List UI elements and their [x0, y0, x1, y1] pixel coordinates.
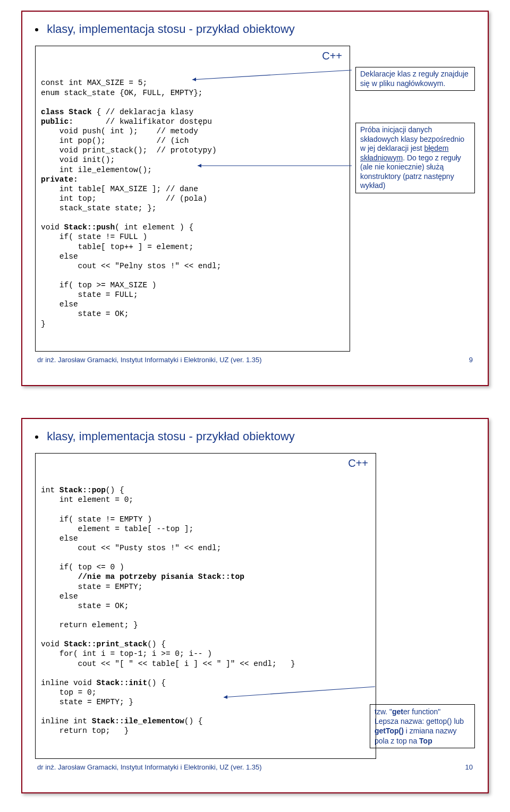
- page: klasy, implementacja stosu - przykład ob…: [0, 0, 510, 812]
- slide-1: klasy, implementacja stosu - przykład ob…: [21, 11, 489, 386]
- slide-body: C++ const int MAX_SIZE = 5; enum stack_s…: [35, 46, 475, 352]
- code-box: C++ const int MAX_SIZE = 5; enum stack_s…: [35, 46, 350, 352]
- bullet-icon: [35, 435, 38, 439]
- note-b2: getTop(): [375, 726, 404, 735]
- code-content: int Stack::pop() { int element = 0; if( …: [41, 485, 370, 736]
- code-content: const int MAX_SIZE = 5; enum stack_state…: [41, 78, 344, 328]
- slide-title: klasy, implementacja stosu - przykład ob…: [47, 430, 295, 443]
- bullet-icon: [35, 28, 38, 31]
- note-b1: get: [392, 707, 403, 716]
- code-container: C++ const int MAX_SIZE = 5; enum stack_s…: [35, 46, 350, 352]
- slide-footer: dr inż. Jarosław Gramacki, Instytut Info…: [35, 763, 475, 771]
- note-box-3: tzw. "geter function" Lepsza nazwa: gett…: [370, 704, 475, 748]
- slide-footer: dr inż. Jarosław Gramacki, Instytut Info…: [35, 356, 475, 364]
- note-text-p1: Próba inicjacji danych składowych klasy …: [360, 125, 464, 152]
- slide-body: C++ int Stack::pop() { int element = 0; …: [35, 453, 475, 759]
- footer-page-number: 10: [465, 763, 473, 771]
- note-text: Deklaracje klas z reguły znajduje się w …: [360, 70, 469, 88]
- note-box-1: Deklaracje klas z reguły znajduje się w …: [355, 67, 475, 91]
- footer-page-number: 9: [469, 356, 473, 364]
- note-p1: tzw. ": [375, 707, 392, 716]
- footer-left: dr inż. Jarosław Gramacki, Instytut Info…: [37, 763, 262, 771]
- slide-title-row: klasy, implementacja stosu - przykład ob…: [35, 22, 475, 36]
- side-notes: Deklaracje klas z reguły znajduje się w …: [355, 46, 475, 193]
- cpp-label: C++: [322, 49, 342, 63]
- footer-left: dr inż. Jarosław Gramacki, Instytut Info…: [37, 356, 262, 364]
- note-b3: Top: [419, 737, 432, 745]
- slide-title: klasy, implementacja stosu - przykład ob…: [47, 22, 295, 36]
- code-box: C++ int Stack::pop() { int element = 0; …: [35, 453, 376, 759]
- note-box-2: Próba inicjacji danych składowych klasy …: [355, 123, 475, 193]
- slide-2: klasy, implementacja stosu - przykład ob…: [21, 418, 489, 793]
- slide-title-row: klasy, implementacja stosu - przykład ob…: [35, 430, 475, 443]
- cpp-label: C++: [348, 457, 368, 470]
